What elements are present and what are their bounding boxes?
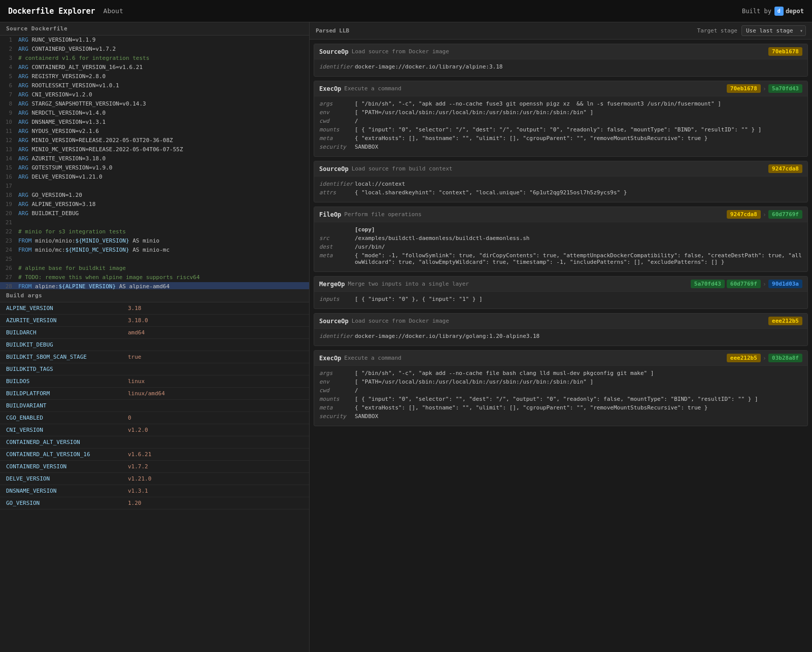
hash-badge[interactable]: 60d7769f [727,280,761,288]
llb-card-header: SourceOpLoad source from Docker image70e… [314,44,807,59]
build-arg-row: CONTAINERD_ALT_VERSION [0,436,309,449]
build-arg-key: ALPINE_VERSION [0,302,122,315]
line-number: 11 [0,127,16,136]
llb-val: [ { "input": "0" }, { "input": "1" } ] [355,296,802,302]
op-type: FileOp [319,211,341,218]
build-args-table: ALPINE_VERSION3.18AZURITE_VERSION3.18.0B… [0,302,309,509]
code-line: 14ARG AZURITE_VERSION=3.18.0 [0,154,309,163]
line-number: 6 [0,81,16,90]
line-number: 26 [0,264,16,273]
llb-val: [ "PATH=/usr/local/sbin:/usr/local/bin:/… [355,379,802,385]
right-header: Parsed LLB Target stage Use last stage ▾ [310,22,812,40]
op-desc: Load source from Docker image [352,48,449,55]
build-arg-key: BUILDKITD_TAGS [0,363,122,375]
code-line: 5ARG REGISTRY_VERSION=2.8.0 [0,72,309,81]
line-number: 1 [0,36,16,45]
target-stage-select[interactable]: Use last stage [741,25,806,36]
main-layout: Source Dockerfile 1ARG RUNC_VERSION=v1.1… [0,22,812,652]
depot-label: depot [786,8,804,15]
hash-badge[interactable]: 03b28a8f [768,354,802,362]
op-type: SourceOp [319,318,349,325]
build-arg-value: 0 [122,412,309,424]
line-content: ARG REGISTRY_VERSION=2.8.0 [16,72,108,81]
llb-card: ExecOpExecute a commandeee212b5›03b28a8f… [314,350,808,426]
target-stage-select-wrapper[interactable]: Use last stage ▾ [741,25,806,36]
llb-val: [ "/bin/sh", "-c", "apk add --no-cache f… [355,370,802,376]
build-arg-key: GO_VERSION [0,497,122,509]
llb-val: [ { "input": "0", "selector": "/", "dest… [355,126,802,133]
hash-badge[interactable]: 5a70fd43 [768,84,802,93]
build-arg-row: BUILDOSlinux [0,375,309,388]
llb-card-title: MergeOpMerge two inputs into a single la… [319,281,469,288]
op-type: SourceOp [319,165,349,173]
source-dockerfile[interactable]: 1ARG RUNC_VERSION=v1.1.92ARG CONTAINERD_… [0,36,309,289]
build-arg-key: DELVE_VERSION [0,473,122,485]
hash-badge[interactable]: 70eb1678 [768,47,802,56]
op-type: SourceOp [319,48,349,55]
llb-card: FileOpPerform file operations9247cda8›60… [314,207,808,272]
op-type: ExecOp [319,85,341,92]
code-line: 20ARG BUILDKIT_DEBUG [0,209,309,218]
llb-key: src [319,235,355,242]
llb-key: cwd [319,118,355,124]
hash-badge[interactable]: 9247cda8 [727,210,761,219]
code-line: 19ARG ALPINE_VERSION=3.18 [0,200,309,209]
build-arg-value: v1.3.1 [122,485,309,497]
line-number: 5 [0,72,16,81]
right-panel[interactable]: Parsed LLB Target stage Use last stage ▾… [310,22,812,652]
build-arg-key: AZURITE_VERSION [0,315,122,327]
line-content: ARG ROOTLESSKIT_VERSION=v1.0.1 [16,81,121,90]
build-arg-value: 1.20 [122,497,309,509]
llb-key: env [319,379,355,385]
llb-cards: SourceOpLoad source from Docker image70e… [310,40,812,434]
hash-badge[interactable]: 70eb1678 [727,84,761,93]
build-arg-value: 3.18.0 [122,315,309,327]
hash-badge[interactable]: eee212b5 [768,317,802,325]
line-number: 8 [0,99,16,109]
code-line: 6ARG ROOTLESSKIT_VERSION=v1.0.1 [0,81,309,90]
llb-row: meta{ "extraHosts": [], "hostname": "", … [319,404,802,411]
llb-card: SourceOpLoad source from Docker imageeee… [314,313,808,346]
llb-row: [copy] [319,226,802,233]
about-link[interactable]: About [104,7,123,15]
llb-val: local://context [355,181,802,187]
build-arg-key: CONTAINERD_VERSION [0,461,122,473]
hash-badge[interactable]: 90d1d03a [768,280,802,288]
llb-card-title: SourceOpLoad source from Docker image [319,318,449,325]
llb-row: securitySANDBOX [319,144,802,150]
line-content: FROM minio/minio:${MINIO_VERSION} AS min… [16,236,161,246]
llb-key: args [319,370,355,376]
line-number: 10 [0,118,16,127]
target-stage-controls: Target stage Use last stage ▾ [697,25,806,36]
line-number: 12 [0,136,16,145]
llb-key: args [319,100,355,107]
build-arg-row: BUILDPLATFORMlinux/amd64 [0,388,309,400]
llb-row: cwd/ [319,118,802,124]
hash-badge[interactable]: eee212b5 [727,354,761,362]
line-content: ARG AZURITE_VERSION=3.18.0 [16,154,108,163]
build-arg-row: CNI_VERSIONv1.2.0 [0,424,309,436]
build-arg-row: CGO_ENABLED0 [0,412,309,424]
code-line: 4ARG CONTAINERD_ALT_VERSION_16=v1.6.21 [0,63,309,72]
code-line: 27# TODO: remove this when alpine image … [0,273,309,282]
hash-badge[interactable]: 9247cda8 [768,164,802,173]
line-content: ARG GO_VERSION=1.20 [16,191,84,200]
hash-badge[interactable]: 5a70fd43 [691,280,725,288]
llb-key: cwd [319,387,355,394]
hash-badge[interactable]: 60d7769f [768,210,802,219]
line-number: 17 [0,182,16,191]
llb-val: [ "PATH=/usr/local/sbin:/usr/local/bin:/… [355,109,802,116]
llb-key: mounts [319,396,355,402]
line-content: ARG BUILDKIT_DEBUG [16,209,81,218]
hash-badges: 9247cda8›60d7769f [727,210,802,219]
llb-val: SANDBOX [355,413,802,420]
source-dockerfile-header: Source Dockerfile [0,22,309,36]
line-content: # minio for s3 integration tests [16,227,128,236]
line-number: 14 [0,154,16,163]
depot-logo: d depot [774,7,804,16]
code-line: 9ARG NERDCTL_VERSION=v1.4.0 [0,109,309,118]
build-args-panel[interactable]: ALPINE_VERSION3.18AZURITE_VERSION3.18.0B… [0,302,309,652]
llb-card-header: FileOpPerform file operations9247cda8›60… [314,207,807,222]
build-arg-value: amd64 [122,327,309,339]
llb-val: / [355,387,802,394]
